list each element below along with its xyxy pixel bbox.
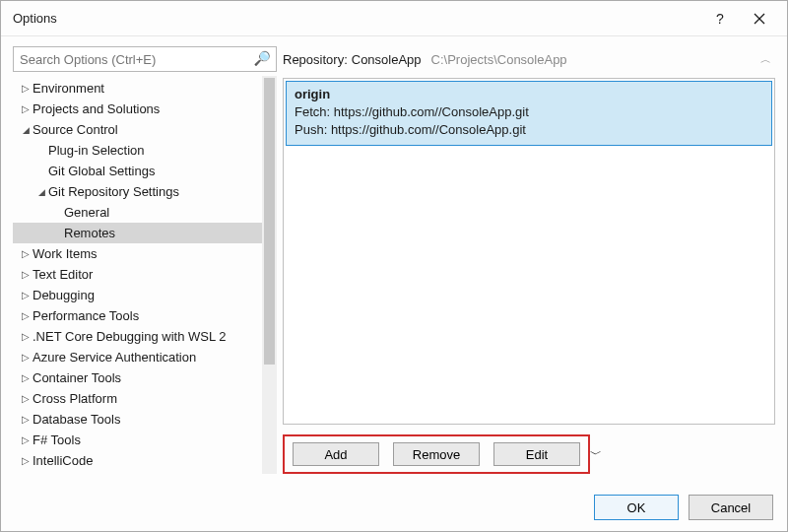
add-button[interactable]: Add xyxy=(293,442,379,466)
tree-item[interactable]: F# Tools xyxy=(13,430,262,450)
tree-item-label: Cross Platform xyxy=(33,388,117,409)
tree-item[interactable]: IntelliCode xyxy=(13,450,262,471)
tree-item-label: Remotes xyxy=(64,223,115,243)
remote-push: Push: https://github.com//ConsoleApp.git xyxy=(295,121,763,139)
tree-item-label: .NET Core Debugging with WSL 2 xyxy=(33,326,227,347)
tree-item[interactable]: Git Global Settings xyxy=(13,161,262,181)
close-icon xyxy=(754,13,765,25)
options-tree[interactable]: EnvironmentProjects and SolutionsSource … xyxy=(13,76,262,474)
remove-button[interactable]: Remove xyxy=(393,442,480,466)
edit-button[interactable]: Edit xyxy=(493,442,580,466)
tree-twisty-icon[interactable] xyxy=(19,347,33,367)
search-input[interactable] xyxy=(13,46,277,72)
tree-item-label: Performance Tools xyxy=(33,305,139,326)
ok-button[interactable]: OK xyxy=(594,495,679,520)
repo-header: Repository: ConsoleApp C:\Projects\Conso… xyxy=(283,46,775,72)
tree-item[interactable]: Git Repository Settings xyxy=(13,181,262,202)
chevron-down-icon[interactable]: ﹀ xyxy=(590,446,602,463)
remotes-list[interactable]: originFetch: https://github.com//Console… xyxy=(283,78,775,425)
search-icon: 🔍 xyxy=(254,50,271,66)
tree-twisty-icon[interactable] xyxy=(19,326,33,347)
repo-path: C:\Projects\ConsoleApp xyxy=(431,52,567,67)
tree-item[interactable]: Container Tools xyxy=(13,367,262,388)
tree-item[interactable]: Database Tools xyxy=(13,409,262,430)
tree-item[interactable]: .NET Core Debugging with WSL 2 xyxy=(13,326,262,347)
tree-twisty-icon[interactable] xyxy=(19,305,33,326)
tree-twisty-icon[interactable] xyxy=(19,285,33,305)
tree-item[interactable]: Plug-in Selection xyxy=(13,140,262,161)
tree-item[interactable]: Azure Service Authentication xyxy=(13,347,262,367)
tree-twisty-icon[interactable] xyxy=(19,409,33,430)
tree-item[interactable]: Source Control xyxy=(13,119,262,140)
tree-item[interactable]: Projects and Solutions xyxy=(13,99,262,119)
tree-item-label: Debugging xyxy=(33,285,95,305)
tree-item-label: Projects and Solutions xyxy=(33,99,160,119)
tree-twisty-icon[interactable] xyxy=(34,181,48,203)
tree-item-label: Work Items xyxy=(33,243,98,264)
tree-item-label: Git Global Settings xyxy=(48,161,155,181)
tree-twisty-icon[interactable] xyxy=(19,430,33,450)
right-panel: Repository: ConsoleApp C:\Projects\Conso… xyxy=(283,46,775,474)
tree-item[interactable]: Debugging xyxy=(13,285,262,305)
tree-item-label: Azure Service Authentication xyxy=(33,347,196,367)
titlebar: Options ? xyxy=(1,1,787,36)
tree-item-label: Git Repository Settings xyxy=(48,181,179,202)
tree-item-label: IntelliCode xyxy=(33,450,93,471)
cancel-button[interactable]: Cancel xyxy=(689,495,773,520)
tree-item[interactable]: Work Items xyxy=(13,243,262,264)
remote-item[interactable]: originFetch: https://github.com//Console… xyxy=(286,81,772,146)
remote-action-buttons: Add Remove Edit xyxy=(283,434,590,474)
tree-twisty-icon[interactable] xyxy=(19,264,33,285)
tree-twisty-icon[interactable] xyxy=(19,367,33,388)
tree-twisty-icon[interactable] xyxy=(19,450,33,471)
tree-item[interactable]: Remotes xyxy=(13,223,262,243)
tree-twisty-icon[interactable] xyxy=(19,119,33,141)
help-button[interactable]: ? xyxy=(700,4,740,33)
repo-label: Repository: xyxy=(283,52,348,67)
remote-name: origin xyxy=(295,86,763,103)
tree-item[interactable]: Text Editor xyxy=(13,264,262,285)
options-dialog: Options ? 🔍 EnvironmentProjects and Solu… xyxy=(0,0,788,532)
tree-item[interactable]: Cross Platform xyxy=(13,388,262,409)
tree-item-label: Environment xyxy=(33,78,104,99)
tree-item-label: Source Control xyxy=(33,119,118,140)
tree-item[interactable]: Environment xyxy=(13,78,262,99)
tree-twisty-icon[interactable] xyxy=(19,243,33,264)
chevron-up-icon[interactable]: ︿ xyxy=(760,52,771,67)
repo-name: ConsoleApp xyxy=(352,52,422,67)
tree-twisty-icon[interactable] xyxy=(19,78,33,99)
window-title: Options xyxy=(13,11,700,26)
tree-item-label: Database Tools xyxy=(33,409,120,430)
tree-item-label: General xyxy=(64,202,109,223)
tree-item-label: Container Tools xyxy=(33,367,121,388)
tree-scrollbar[interactable] xyxy=(262,76,277,474)
dialog-footer: OK Cancel xyxy=(1,484,787,531)
close-button[interactable] xyxy=(740,4,779,33)
tree-item-label: Plug-in Selection xyxy=(48,140,145,161)
tree-item[interactable]: General xyxy=(13,202,262,223)
tree-twisty-icon[interactable] xyxy=(19,388,33,409)
tree-item-label: Text Editor xyxy=(33,264,93,285)
tree-item[interactable]: Performance Tools xyxy=(13,305,262,326)
tree-item-label: F# Tools xyxy=(33,430,81,450)
tree-twisty-icon[interactable] xyxy=(19,99,33,119)
remote-fetch: Fetch: https://github.com//ConsoleApp.gi… xyxy=(295,103,763,121)
scrollbar-thumb[interactable] xyxy=(264,78,275,365)
left-panel: 🔍 EnvironmentProjects and SolutionsSourc… xyxy=(13,46,277,474)
